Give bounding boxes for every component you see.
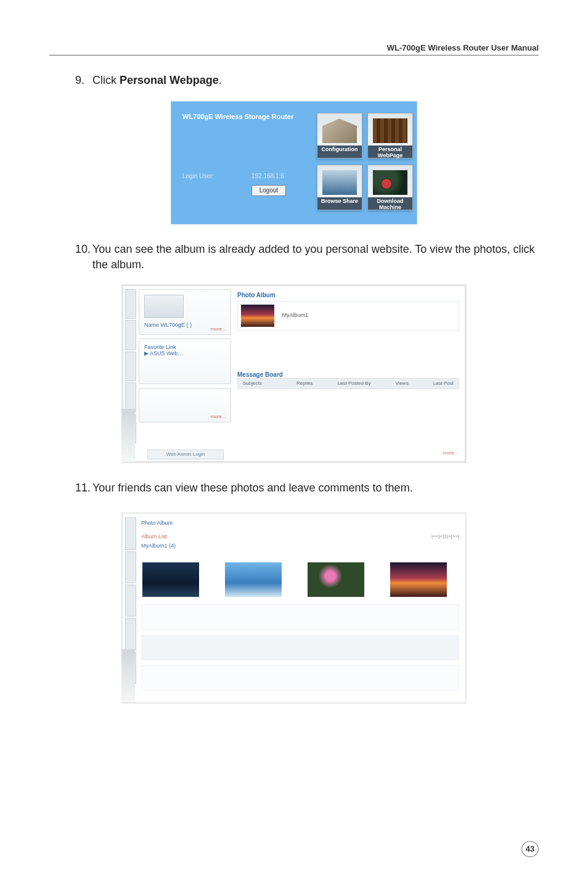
photo-album-heading: Photo Album — [237, 292, 459, 298]
album-row[interactable]: MyAlbum1 — [237, 301, 459, 331]
col-subjects: Subjects — [243, 380, 272, 386]
screenshot-personal-website: Name WL700gE ( ) more… Favorite Link ▶ A… — [121, 284, 467, 463]
info-name-label: Name — [144, 322, 159, 328]
favorite-link-heading: Favorite Link — [144, 344, 226, 350]
step-9-prefix: Click — [92, 74, 120, 86]
tile-personal-webpage[interactable]: Personal WebPage — [367, 113, 413, 158]
comment-row — [141, 635, 459, 660]
tile-configuration-label: Configuration — [317, 146, 362, 158]
comments-area — [141, 604, 459, 691]
side-tab[interactable] — [125, 382, 136, 412]
step-10-text: You can see the album is already added t… — [92, 243, 534, 270]
photo-thumbnail[interactable] — [225, 562, 282, 597]
info-card: Name WL700gE ( ) more… — [139, 289, 231, 335]
side-tab[interactable] — [125, 551, 136, 583]
message-board-header-row: Subjects Replies Last Posted By Views La… — [237, 378, 459, 389]
comment-row — [141, 665, 459, 691]
photo-thumbnail[interactable] — [390, 562, 447, 597]
album-name: MyAlbum1 — [282, 312, 309, 318]
page-number: 43 — [521, 841, 539, 857]
web-admin-login-button[interactable]: Web Admin Login — [147, 450, 224, 459]
asus-logo — [121, 649, 135, 702]
photo-album-heading: Photo Album — [141, 520, 459, 526]
col-views: Views — [395, 380, 408, 386]
step-9-bold: Personal Webpage — [120, 74, 219, 86]
comment-row — [141, 604, 459, 630]
breadcrumb-album-list[interactable]: Album List — [141, 533, 167, 540]
favorite-link-card: Favorite Link ▶ ASUS Web… — [139, 339, 231, 384]
step-9-suffix: . — [219, 74, 222, 86]
col-last-post: Last Post — [433, 380, 454, 386]
step-9-number: 9. — [75, 73, 84, 88]
side-tab[interactable] — [125, 351, 136, 381]
tile-personal-webpage-label: Personal WebPage — [368, 146, 412, 158]
more-link[interactable]: more… — [211, 414, 227, 419]
router-image — [144, 295, 184, 318]
record-icon — [382, 179, 391, 189]
side-tab[interactable] — [125, 289, 136, 319]
more-link[interactable]: more… — [211, 326, 227, 332]
page-header: WL-700gE Wireless Router User Manual — [49, 43, 539, 55]
info-name-value: WL700gE ( ) — [161, 322, 192, 328]
step-10-number: 10. — [75, 242, 91, 257]
tile-download-machine[interactable]: Download Machine — [367, 165, 413, 210]
album-thumbnail — [241, 305, 274, 327]
photo-thumbnail[interactable] — [308, 562, 364, 597]
side-tab[interactable] — [125, 320, 136, 350]
album-title: MyAlbum1 (4) — [141, 543, 459, 549]
logout-button[interactable]: Logout — [251, 185, 286, 196]
step-11-text: Your friends can view these photos and l… — [92, 482, 413, 494]
side-tab[interactable] — [125, 585, 136, 617]
more-link[interactable]: more… — [443, 450, 459, 456]
col-replies: Replies — [296, 380, 313, 386]
blank-card: more… — [139, 388, 231, 422]
router-title: WL700gE Wireless Storage Router — [182, 113, 293, 120]
step-11: 11. Your friends can view these photos a… — [49, 480, 539, 495]
tile-download-machine-label: Download Machine — [368, 197, 412, 210]
col-last-posted-by: Last Posted By — [338, 380, 371, 386]
photo-thumbnails-row — [141, 560, 459, 599]
step-11-number: 11. — [75, 480, 91, 495]
pagination-controls[interactable]: |<<|<|1|>|>>| — [141, 533, 459, 539]
step-9: 9. Click Personal Webpage. — [49, 73, 539, 88]
login-ip: 192.168.1.6 — [251, 173, 284, 179]
tile-browse-share[interactable]: Browse Share — [317, 165, 362, 210]
photo-thumbnail[interactable] — [142, 562, 199, 597]
tile-configuration[interactable]: Configuration — [317, 113, 362, 158]
side-tab[interactable] — [125, 517, 136, 549]
asus-logo — [121, 409, 135, 462]
step-10: 10. You can see the album is already add… — [49, 242, 539, 272]
tile-browse-share-label: Browse Share — [317, 197, 362, 210]
screenshot-router-home: WL700gE Wireless Storage Router Login Us… — [171, 101, 417, 224]
side-tab[interactable] — [125, 618, 136, 650]
message-board-heading: Message Board — [237, 371, 459, 378]
login-user-label: Login User: — [182, 173, 214, 179]
screenshot-album-view: Photo Album Album List |<<|<|1|>|>>| MyA… — [121, 512, 467, 704]
favorite-link-item[interactable]: ▶ ASUS Web… — [144, 350, 226, 356]
